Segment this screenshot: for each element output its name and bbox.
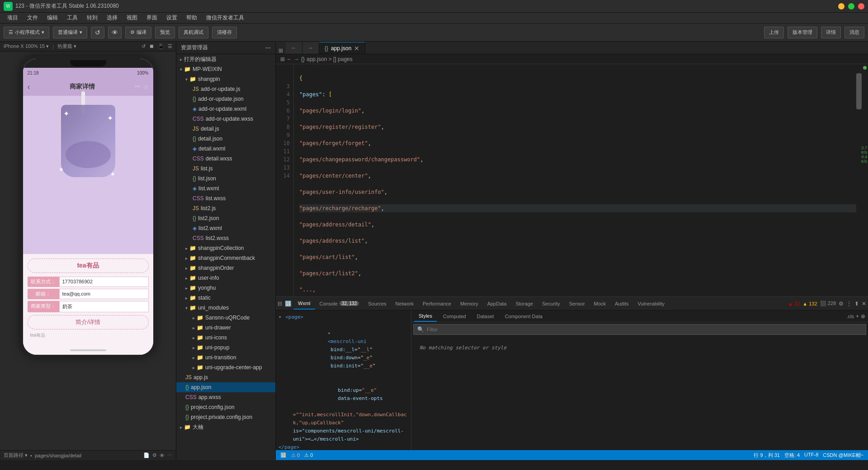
sidebar-item-shangpin-order[interactable]: ▸ 📁 shangpinOrder	[176, 263, 275, 273]
file-add-or-update-json[interactable]: {} add-or-update.json	[176, 94, 275, 104]
tab-vulnerability[interactable]: Vulnerability	[633, 298, 669, 310]
phone-rotate-btn[interactable]: ↺	[142, 43, 146, 49]
html-node-page[interactable]: ▾ <page>	[278, 313, 408, 321]
file-project-private-json[interactable]: {} project.private.config.json	[176, 412, 275, 422]
sidebar-item-shangpin[interactable]: ▾ 📁 shangpin	[176, 74, 275, 84]
tab-mock[interactable]: Mock	[590, 298, 610, 310]
sidebar-item-uni-transition[interactable]: ▸ 📁 uni-transition	[176, 352, 275, 362]
version-mgmt-btn[interactable]: 版本管理	[788, 27, 817, 38]
menu-select[interactable]: 选择	[103, 13, 121, 23]
file-list2-wxml[interactable]: ◈ list2.wxml	[176, 223, 275, 233]
menu-project[interactable]: 项目	[4, 13, 22, 23]
phone-more-btn[interactable]: ☰	[168, 43, 172, 49]
menu-edit[interactable]: 编辑	[43, 13, 61, 23]
sidebar-item-mp-weixin[interactable]: ▾ 📁 MP-WEIXIN	[176, 64, 275, 74]
preview-btn[interactable]: 预览	[155, 27, 175, 38]
tab-storage[interactable]: Storage	[511, 298, 538, 310]
tab-styles[interactable]: Styles	[414, 311, 437, 322]
file-list2-wxss[interactable]: CSS list2.wxss	[176, 233, 275, 243]
editor-tab-back[interactable]: ←	[286, 42, 302, 54]
sidebar-item-uni-popup[interactable]: ▸ 📁 uni-popup	[176, 343, 275, 352]
more-dots[interactable]: •••	[135, 84, 141, 90]
detail-btn[interactable]: 简介/详情	[28, 315, 149, 329]
menu-view[interactable]: 视图	[123, 13, 141, 23]
file-detail-wxml[interactable]: ◈ detail.wxml	[176, 144, 275, 154]
html-node-is[interactable]: is="components/mescroll-uni/mescroll-uni…	[278, 427, 408, 443]
devtools-settings-btn[interactable]: ⚙	[839, 301, 844, 307]
file-app-js[interactable]: JS app.js	[176, 372, 275, 382]
device-selector[interactable]: iPhone X 100% 15 ▾	[4, 43, 49, 49]
detail-btn[interactable]: 详情	[821, 27, 841, 38]
sidebar-item-user-info[interactable]: ▸ 📁 user-info	[176, 273, 275, 283]
html-node-attrs[interactable]: bind:up="__e" data-event-opts	[278, 378, 408, 411]
cls-plus-btn[interactable]: +	[856, 313, 859, 320]
tab-close-btn[interactable]: ✕	[354, 45, 359, 52]
file-detail-wxss[interactable]: CSS detail.wxss	[176, 154, 275, 164]
tab-app-json[interactable]: {} app.json ✕	[319, 42, 365, 54]
tab-computed[interactable]: Computed	[439, 311, 471, 322]
vertical-scrollbar[interactable]	[856, 64, 862, 296]
clear-cache-btn[interactable]: 清楼存	[212, 27, 237, 38]
sidebar-item-uni-modules[interactable]: ▾ 📁 uni_modules	[176, 303, 275, 313]
sidebar-item-sansnn[interactable]: ▸ 📁 Sansnn-uQRCode	[176, 313, 275, 323]
phone-device-btn[interactable]: 📱	[158, 43, 164, 49]
tab-console[interactable]: Console 32, 132	[315, 298, 364, 310]
code-content[interactable]: { "pages": [ "pages/login/login", "pages…	[294, 64, 856, 296]
file-add-or-update-js[interactable]: JS add-or-update.js	[176, 84, 275, 94]
sidebar-item-shangpin-collection[interactable]: ▸ 📁 shangpinCollection	[176, 243, 275, 253]
editor-nav-btn[interactable]: ⊞	[276, 47, 286, 54]
file-tree-more[interactable]: ⋯	[265, 45, 271, 51]
hot-reload-btn[interactable]: 热重载 ▾	[57, 43, 76, 50]
close-btn[interactable]	[858, 3, 864, 9]
file-add-or-update-wxss[interactable]: CSS add-or-update.wxss	[176, 114, 275, 124]
menu-tools[interactable]: 工具	[63, 13, 81, 23]
file-detail-json[interactable]: {} detail.json	[176, 134, 275, 144]
tab-appdata[interactable]: AppData	[483, 298, 511, 310]
tab-security[interactable]: Security	[538, 298, 565, 310]
sidebar-item-static[interactable]: ▸ 📁 static	[176, 293, 275, 303]
file-tree-body[interactable]: ▸ 打开的编辑器 ▾ 📁 MP-WEIXIN ▾ 📁 shangpin JS a…	[176, 54, 275, 460]
tab-dataset[interactable]: Dataset	[472, 311, 499, 322]
file-app-json[interactable]: {} app.json	[176, 382, 275, 392]
back-btn[interactable]: ‹	[28, 82, 30, 92]
upload-btn[interactable]: 上传	[764, 27, 784, 38]
file-list-json[interactable]: {} list.json	[176, 174, 275, 183]
menu-goto[interactable]: 转到	[83, 13, 101, 23]
message-btn[interactable]: 消息	[844, 27, 864, 38]
html-tree-panel[interactable]: ▾ <page> ▾ <mescroll-uni bind:__l="__l" …	[276, 310, 411, 450]
editor-tab-forward[interactable]: →	[302, 42, 319, 54]
menu-ui[interactable]: 界面	[143, 13, 161, 23]
file-list-wxml[interactable]: ◈ list.wxml	[176, 183, 275, 193]
view-btn[interactable]: 👁	[108, 27, 122, 38]
tab-audits[interactable]: Audits	[610, 298, 633, 310]
sidebar-item-uni-icons[interactable]: ▸ 📁 uni-icons	[176, 333, 275, 343]
minimize-btn[interactable]	[838, 3, 844, 9]
tab-performance[interactable]: Performance	[418, 298, 456, 310]
devtools-maximize-btn[interactable]: ⬆	[854, 301, 859, 307]
devtools-more-btn[interactable]: ⋮	[846, 301, 852, 307]
sidebar-item-uni-drawer[interactable]: ▸ 📁 uni-drawer	[176, 323, 275, 333]
sidebar-item-uni-upgrade[interactable]: ▸ 📁 uni-upgrade-center-app	[176, 362, 275, 372]
sidebar-item-danan[interactable]: ▸ 📁 大楠	[176, 422, 275, 432]
cls-add-btn[interactable]: ⊕	[861, 313, 865, 320]
sidebar-item-open-editors[interactable]: ▸ 打开的编辑器	[176, 54, 275, 64]
file-list-wxss[interactable]: CSS list.wxss	[176, 193, 275, 203]
file-list2-js[interactable]: JS list2.js	[176, 203, 275, 213]
file-list-js[interactable]: JS list.js	[176, 164, 275, 174]
file-add-or-update-wxml[interactable]: ◈ add-or-update.wxml	[176, 104, 275, 114]
scan-icon[interactable]: ◎	[144, 84, 148, 90]
file-list2-json[interactable]: {} list2.json	[176, 213, 275, 223]
tab-memory[interactable]: Memory	[456, 298, 483, 310]
html-node-mescroll[interactable]: ▾ <mescroll-uni bind:__l="__l" bind:down…	[278, 321, 408, 378]
filter-input[interactable]	[427, 327, 862, 332]
mode-selector[interactable]: ☰ 小程序模式 ▾	[4, 27, 49, 38]
compile-btn[interactable]: ⚙ 编译	[125, 27, 151, 38]
tab-network[interactable]: Network	[391, 298, 418, 310]
file-detail-js[interactable]: JS detail.js	[176, 124, 275, 134]
menu-help[interactable]: 帮助	[183, 13, 201, 23]
sidebar-item-yonghu[interactable]: ▸ 📁 yonghu	[176, 283, 275, 293]
tab-sources[interactable]: Sources	[363, 298, 391, 310]
devtools-close-btn[interactable]: ✕	[862, 301, 866, 307]
devtools-collapse-btn[interactable]: ⊟	[278, 301, 282, 307]
file-project-config-json[interactable]: {} project.config.json	[176, 402, 275, 412]
